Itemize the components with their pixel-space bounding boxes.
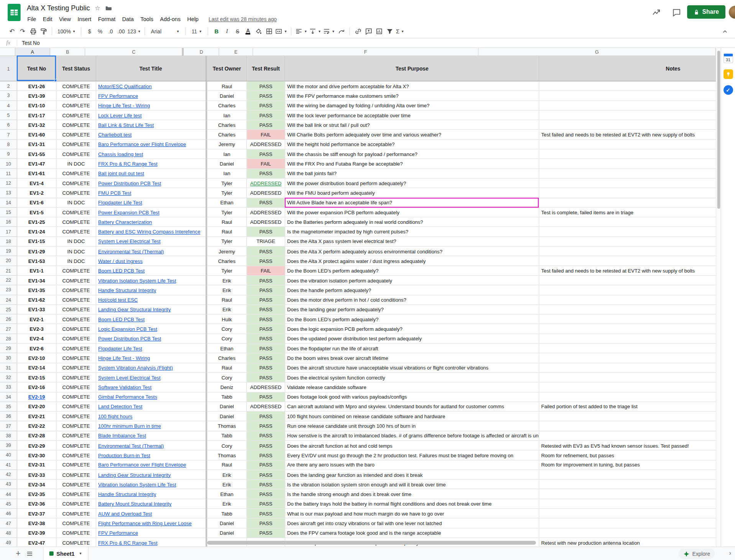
cell-C15[interactable]: Power Expansion PCB Test — [96, 208, 206, 217]
cell-F45[interactable]: Do the battery trays hold the battery in… — [285, 499, 539, 509]
cell-G31[interactable] — [539, 363, 716, 373]
font-select[interactable]: Arial▼ — [148, 26, 182, 37]
cell-A28[interactable]: EV2-4 — [17, 334, 56, 343]
cell-A11[interactable]: EV1-61 — [17, 169, 56, 178]
cell-E10[interactable]: FAIL — [247, 159, 285, 169]
cell-D30[interactable]: Charles — [207, 353, 247, 363]
cell-F48[interactable]: Does the FPV camera footage look good an… — [285, 528, 539, 538]
cell-G34[interactable] — [539, 392, 716, 402]
cell-E18[interactable]: TRIAGE — [247, 237, 285, 246]
row-header-5[interactable]: 5 — [0, 110, 17, 120]
row-header-11[interactable]: 11 — [0, 169, 17, 178]
cell-D39[interactable]: Cory — [207, 441, 247, 450]
cell-C6[interactable]: Ball Link & Strut Life Test — [96, 120, 206, 130]
cell-A40[interactable]: EV2-30 — [17, 450, 56, 460]
cell-D7[interactable]: Charles — [207, 130, 247, 140]
hide-toolbar-button[interactable] — [720, 26, 730, 37]
cell-B17[interactable]: COMPLETE — [56, 227, 96, 236]
row-header-27[interactable]: 27 — [0, 324, 17, 334]
cell-F28[interactable]: Does the updated power distribution test… — [285, 334, 539, 343]
cell-A49[interactable]: EV2-47 — [17, 538, 56, 547]
cell-B2[interactable]: COMPLETE — [56, 81, 96, 91]
cell-B4[interactable]: COMPLETE — [56, 101, 96, 110]
row-header-32[interactable]: 32 — [0, 373, 17, 383]
cell-D42[interactable]: Erik — [207, 470, 247, 480]
row-header-15[interactable]: 15 — [0, 208, 17, 217]
cell-B24[interactable]: COMPLETE — [56, 295, 96, 305]
cell-F31[interactable]: Does the aircraft structure have unaccep… — [285, 363, 539, 373]
cell-E4[interactable]: PASS — [247, 101, 285, 110]
row-header-3[interactable]: 3 — [0, 91, 17, 101]
select-all-corner[interactable] — [0, 48, 15, 56]
cell-G3[interactable] — [539, 91, 716, 101]
cell-E22[interactable]: PASS — [247, 276, 285, 285]
cell-E25[interactable]: PASS — [247, 305, 285, 314]
row-header-42[interactable]: 42 — [0, 470, 17, 480]
cell-G42[interactable] — [539, 470, 716, 480]
insert-link-button[interactable] — [353, 26, 363, 37]
cell-D36[interactable]: Daniel — [207, 412, 247, 421]
cell-E48[interactable]: PASS — [247, 528, 285, 538]
header-cell-E1[interactable]: Test Result — [247, 56, 285, 81]
cell-F21[interactable]: Do the Boom LED's perform adequately? — [285, 266, 539, 276]
horizontal-scrollbar-thumb[interactable] — [207, 541, 536, 545]
cell-D16[interactable]: Raul — [207, 217, 247, 227]
cell-D32[interactable]: Cory — [207, 373, 247, 383]
cell-D10[interactable]: Daniel — [207, 159, 247, 169]
cell-C46[interactable]: AUW and Overload Test — [96, 509, 206, 518]
cell-D31[interactable]: Raul — [207, 363, 247, 373]
cell-E5[interactable]: PASS — [247, 110, 285, 120]
cell-F18[interactable]: Does the Alta X pass system level electr… — [285, 237, 539, 246]
cell-B21[interactable]: COMPLETE — [56, 266, 96, 276]
cell-C27[interactable]: Logic Expansion PCB Test — [96, 324, 206, 334]
cell-A26[interactable]: EV2-1 — [17, 315, 56, 324]
cell-D45[interactable]: Erik — [207, 499, 247, 509]
cell-G2[interactable] — [539, 81, 716, 91]
cell-A23[interactable]: EV1-35 — [17, 286, 56, 295]
cell-D41[interactable]: Raul — [207, 460, 247, 470]
cell-A47[interactable]: EV2-38 — [17, 519, 56, 528]
cell-C49[interactable]: FRX Pro & RC Range Test — [96, 538, 206, 547]
cell-F9[interactable]: Will the chassis be stiff enough for pay… — [285, 149, 539, 159]
cell-E40[interactable]: PASS — [247, 450, 285, 460]
cell-G32[interactable] — [539, 373, 716, 383]
cell-D48[interactable]: Daniel — [207, 528, 247, 538]
share-button[interactable]: Share — [687, 5, 725, 19]
cell-C25[interactable]: Landing Gear Structural Integrity — [96, 305, 206, 314]
cell-C12[interactable]: Power Distribution PCB Test — [96, 179, 206, 188]
cell-B25[interactable]: COMPLETE — [56, 305, 96, 314]
cell-B15[interactable]: COMPLETE — [56, 208, 96, 217]
row-header-14[interactable]: 14 — [0, 198, 17, 207]
cell-E38[interactable]: PASS — [247, 431, 285, 441]
cell-B40[interactable]: COMPLETE — [56, 450, 96, 460]
cell-D33[interactable]: Deniz — [207, 383, 247, 392]
cell-C26[interactable]: Boom LED PCB Test — [96, 315, 206, 324]
cell-C24[interactable]: Hot/cold test ESC — [96, 295, 206, 305]
cell-B26[interactable]: COMPLETE — [56, 315, 96, 324]
cell-E11[interactable]: PASS — [247, 169, 285, 178]
cell-C32[interactable]: System Level Electrical Test — [96, 373, 206, 383]
cell-E6[interactable]: PASS — [247, 120, 285, 130]
cell-A25[interactable]: EV1-33 — [17, 305, 56, 314]
sheet-tab-menu-icon[interactable]: ▼ — [79, 552, 82, 555]
cell-C19[interactable]: Environmental Test (Thermal) — [96, 246, 206, 256]
cell-G7[interactable]: Test failed and needs to be retested at … — [539, 130, 716, 140]
cell-D14[interactable]: Ethan — [207, 198, 247, 207]
cell-F30[interactable]: Do the boom wires break over aircraft li… — [285, 353, 539, 363]
cell-E3[interactable]: PASS — [247, 91, 285, 101]
cell-D18[interactable]: Tyler — [207, 237, 247, 246]
bold-button[interactable]: B — [211, 26, 221, 37]
row-header-49[interactable]: 49 — [0, 538, 17, 547]
cell-B39[interactable]: COMPLETE — [56, 441, 96, 450]
insert-comment-button[interactable] — [363, 26, 374, 37]
row-header-22[interactable]: 22 — [0, 276, 17, 285]
cell-F5[interactable]: Will the lock lever performance be accep… — [285, 110, 539, 120]
row-header-29[interactable]: 29 — [0, 344, 17, 353]
row-header-46[interactable]: 46 — [0, 509, 17, 518]
vertical-scrollbar[interactable] — [716, 48, 720, 547]
cell-E17[interactable]: PASS — [247, 227, 285, 236]
cell-D2[interactable]: Raul — [207, 81, 247, 91]
cell-D22[interactable]: Erik — [207, 276, 247, 285]
cell-G10[interactable] — [539, 159, 716, 169]
cell-B49[interactable]: COMPLETE — [56, 538, 96, 547]
